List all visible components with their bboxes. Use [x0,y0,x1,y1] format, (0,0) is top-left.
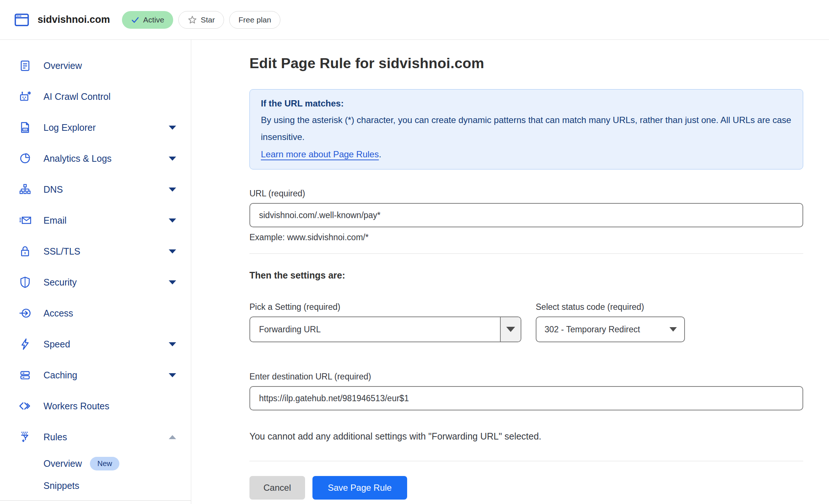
page-rules-learn-more-link[interactable]: Learn more about Page Rules [261,149,379,159]
setting-select[interactable]: Forwarding URL [249,316,521,342]
sidebar-item-dns[interactable]: DNS [0,174,191,205]
chevron-up-icon [169,435,176,439]
browser-window-icon [14,12,29,28]
chevron-down-icon [169,218,176,223]
sidebar-item-rules[interactable]: Rules [0,421,191,452]
url-field-label: URL (required) [249,189,803,199]
sidebar-item-caching[interactable]: Caching [0,360,191,391]
actions-divider [249,461,803,461]
chevron-down-icon [169,126,176,130]
access-arrow-icon [18,307,32,320]
destination-url-input[interactable] [249,386,803,410]
chevron-down-icon [169,342,176,346]
site-title: sidvishnoi.com [38,14,110,25]
status-code-select[interactable]: 302 - Temporary Redirect [536,316,685,342]
status-select-value: 302 - Temporary Redirect [545,325,640,335]
sidebar-item-analytics-logs[interactable]: Analytics & Logs [0,143,191,174]
log-document-icon [18,121,32,134]
star-icon [188,15,197,25]
main-content: Edit Page Rule for sidvishnoi.com If the… [191,40,829,504]
sidebar-item-rules-overview[interactable]: Overview New [0,452,191,475]
sidebar-item-rules-snippets[interactable]: Snippets [0,475,191,497]
url-match-info-box: If the URL matches: By using the asteris… [249,89,803,169]
page: sidvishnoi.com Active Star Free plan [0,0,829,504]
setting-select-value: Forwarding URL [250,317,500,342]
sidebar-item-workers-routes[interactable]: Workers Routes [0,391,191,421]
select-arrow-segment[interactable] [500,317,521,342]
settings-heading: Then the settings are: [249,270,803,281]
chevron-down-icon [506,327,515,332]
page-title: Edit Page Rule for sidvishnoi.com [249,55,803,71]
forwarding-url-note: You cannot add any additional settings w… [249,431,803,442]
sidebar-item-overview[interactable]: Overview [0,50,191,81]
chevron-down-icon [169,188,176,192]
robot-icon [18,90,32,103]
plan-badge[interactable]: Free plan [229,11,280,29]
chevron-down-icon [169,280,176,284]
sidebar-item-speed[interactable]: Speed [0,329,191,360]
chevron-down-icon [169,373,176,377]
url-input[interactable] [249,203,803,227]
sidebar-item-ai-crawl-control[interactable]: AI Crawl Control [0,81,191,112]
setting-select-label: Pick a Setting (required) [249,302,521,312]
code-brackets-icon [18,399,32,413]
network-tree-icon [18,183,32,196]
sidebar-item-log-explorer[interactable]: Log Explorer [0,112,191,143]
status-select-label: Select status code (required) [536,302,685,312]
sidebar-nav: Overview [0,40,191,504]
chevron-down-icon [169,249,176,253]
cancel-button[interactable]: Cancel [249,476,305,500]
sidebar-divider [0,500,191,501]
overview-icon [18,59,32,72]
sidebar-item-security[interactable]: Security [0,267,191,298]
padlock-icon [18,245,32,258]
star-button[interactable]: Star [178,11,224,29]
chevron-down-icon [169,157,176,161]
shield-icon [18,276,32,289]
funnel-icon [18,430,32,444]
chevron-down-icon [669,327,677,332]
status-badge-active: Active [122,11,173,29]
link-period: . [379,149,381,159]
site-header: sidvishnoi.com Active Star Free plan [0,0,829,40]
url-example-text: Example: www.sidvishnoi.com/* [249,232,803,242]
destination-url-label: Enter destination URL (required) [249,372,803,382]
pie-chart-icon [18,152,32,165]
checkmark-icon [131,15,140,24]
new-badge: New [90,457,119,470]
section-divider [249,253,803,254]
sidebar-item-ssl-tls[interactable]: SSL/TLS [0,236,191,267]
info-box-heading: If the URL matches: [261,98,792,109]
info-box-body: By using the asterisk (*) character, you… [261,112,792,146]
lightning-icon [18,337,32,351]
save-page-rule-button[interactable]: Save Page Rule [312,476,407,500]
sidebar-item-email[interactable]: Email [0,205,191,236]
email-icon [18,214,32,227]
sidebar-item-access[interactable]: Access [0,298,191,329]
server-stack-icon [18,368,32,382]
